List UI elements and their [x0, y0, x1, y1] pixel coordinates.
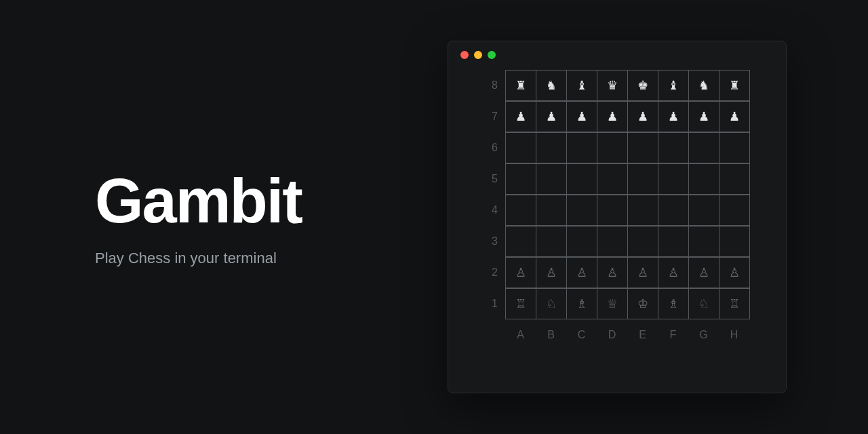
board-square[interactable] — [658, 164, 688, 195]
board-square[interactable] — [566, 195, 597, 226]
chess-piece-icon[interactable]: ♖ — [729, 297, 740, 311]
board-square[interactable]: ♟ — [688, 102, 719, 132]
chess-piece-icon[interactable]: ♚ — [637, 79, 648, 92]
chess-piece-icon[interactable]: ♙ — [515, 266, 526, 279]
board-square[interactable]: ♜ — [505, 71, 536, 101]
board-square[interactable] — [627, 195, 658, 226]
board-square[interactable]: ♙ — [719, 258, 749, 288]
board-square[interactable] — [505, 133, 536, 163]
board-square[interactable] — [597, 226, 627, 257]
board-square[interactable]: ♟ — [658, 102, 688, 132]
chess-piece-icon[interactable]: ♞ — [698, 79, 709, 92]
board-square[interactable]: ♟ — [597, 102, 627, 132]
chess-piece-icon[interactable]: ♗ — [668, 297, 679, 311]
board-square[interactable] — [536, 133, 566, 163]
chess-piece-icon[interactable]: ♟ — [698, 110, 709, 123]
chess-piece-icon[interactable]: ♛ — [607, 79, 618, 92]
chess-piece-icon[interactable]: ♝ — [576, 79, 587, 92]
chess-piece-icon[interactable]: ♔ — [637, 297, 648, 311]
board-square[interactable]: ♙ — [536, 258, 566, 288]
chess-piece-icon[interactable]: ♞ — [546, 79, 557, 92]
board-square[interactable]: ♝ — [658, 71, 688, 101]
board-square[interactable] — [688, 195, 719, 226]
minimize-icon[interactable] — [474, 51, 482, 59]
chess-piece-icon[interactable]: ♙ — [668, 266, 679, 279]
board-square[interactable]: ♙ — [688, 258, 719, 288]
chess-piece-icon[interactable]: ♘ — [546, 297, 557, 311]
chess-piece-icon[interactable]: ♙ — [576, 266, 587, 279]
chess-piece-icon[interactable]: ♙ — [546, 266, 557, 279]
board-square[interactable] — [627, 133, 658, 163]
chess-piece-icon[interactable]: ♟ — [576, 110, 587, 123]
chess-piece-icon[interactable]: ♜ — [729, 79, 740, 92]
board-square[interactable]: ♕ — [597, 289, 627, 319]
board-square[interactable] — [688, 164, 719, 195]
board-square[interactable]: ♗ — [566, 289, 597, 319]
chess-piece-icon[interactable]: ♙ — [607, 266, 618, 279]
board-square[interactable] — [505, 226, 536, 257]
board-square[interactable] — [597, 133, 627, 163]
board-square[interactable] — [719, 195, 749, 226]
board-square[interactable]: ♟ — [505, 102, 536, 132]
board-square[interactable]: ♙ — [597, 258, 627, 288]
chess-piece-icon[interactable]: ♙ — [729, 266, 740, 279]
board-square[interactable]: ♘ — [536, 289, 566, 319]
close-icon[interactable] — [460, 51, 469, 59]
board-square[interactable] — [536, 226, 566, 257]
board-square[interactable] — [627, 164, 658, 195]
rank-label: 8 — [485, 79, 505, 92]
board-square[interactable] — [566, 164, 597, 195]
board-square[interactable]: ♙ — [566, 258, 597, 288]
board-square[interactable]: ♟ — [627, 102, 658, 132]
chess-piece-icon[interactable]: ♘ — [698, 297, 709, 311]
board-square[interactable]: ♔ — [627, 289, 658, 319]
chess-piece-icon[interactable]: ♙ — [698, 266, 709, 279]
board-square[interactable] — [658, 195, 688, 226]
chess-piece-icon[interactable]: ♟ — [729, 110, 740, 123]
board-square[interactable] — [505, 164, 536, 195]
board-square[interactable]: ♟ — [536, 102, 566, 132]
board-square[interactable] — [566, 226, 597, 257]
zoom-icon[interactable] — [488, 51, 496, 59]
board-square[interactable]: ♖ — [505, 289, 536, 319]
board-square[interactable] — [719, 226, 749, 257]
board-square[interactable] — [688, 226, 719, 257]
board-square[interactable] — [505, 195, 536, 226]
board-square[interactable]: ♟ — [566, 102, 597, 132]
chess-piece-icon[interactable]: ♖ — [515, 297, 526, 311]
chess-piece-icon[interactable]: ♙ — [637, 266, 648, 279]
board-square[interactable]: ♙ — [505, 258, 536, 288]
chess-piece-icon[interactable]: ♗ — [576, 297, 587, 311]
board-square[interactable]: ♞ — [688, 71, 719, 101]
chess-piece-icon[interactable]: ♝ — [668, 79, 679, 92]
chess-piece-icon[interactable]: ♕ — [607, 297, 618, 311]
board-square[interactable] — [658, 226, 688, 257]
chess-piece-icon[interactable]: ♜ — [515, 79, 526, 92]
chess-piece-icon[interactable]: ♟ — [515, 110, 526, 123]
board-square[interactable] — [536, 195, 566, 226]
board-square[interactable] — [536, 164, 566, 195]
board-square[interactable] — [719, 133, 749, 163]
board-square[interactable]: ♙ — [658, 258, 688, 288]
board-square[interactable] — [658, 133, 688, 163]
board-square[interactable]: ♜ — [719, 71, 749, 101]
board-square[interactable]: ♖ — [719, 289, 749, 319]
board-square[interactable]: ♝ — [566, 71, 597, 101]
chess-piece-icon[interactable]: ♟ — [637, 110, 648, 123]
board-square[interactable]: ♘ — [688, 289, 719, 319]
board-square[interactable] — [627, 226, 658, 257]
board-square[interactable]: ♟ — [719, 102, 749, 132]
board-square[interactable]: ♚ — [627, 71, 658, 101]
board-square[interactable]: ♗ — [658, 289, 688, 319]
chess-piece-icon[interactable]: ♟ — [668, 110, 679, 123]
board-square[interactable]: ♞ — [536, 71, 566, 101]
board-square[interactable] — [566, 133, 597, 163]
board-square[interactable] — [719, 164, 749, 195]
board-square[interactable]: ♙ — [627, 258, 658, 288]
chess-piece-icon[interactable]: ♟ — [546, 110, 557, 123]
board-square[interactable]: ♛ — [597, 71, 627, 101]
board-square[interactable] — [688, 133, 719, 163]
board-square[interactable] — [597, 195, 627, 226]
board-square[interactable] — [597, 164, 627, 195]
chess-piece-icon[interactable]: ♟ — [607, 110, 618, 123]
